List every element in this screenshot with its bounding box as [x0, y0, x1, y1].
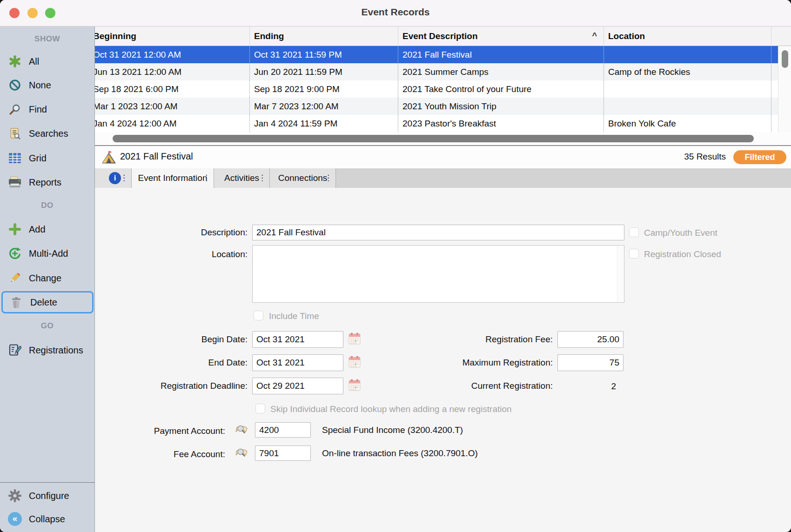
- tab-menu-dots-icon[interactable]: ⋮: [258, 173, 266, 183]
- trash-icon: [7, 296, 26, 308]
- tab-activities[interactable]: Activities ⋮: [214, 168, 270, 188]
- sidebar: SHOW All None Find Searches Grid: [0, 27, 95, 532]
- table-header: Beginning Ending Event Description^ Loca…: [95, 27, 791, 46]
- sidebar-section-do: DO: [0, 201, 94, 210]
- location-label: Location:: [126, 249, 248, 259]
- end-date-label: End Date:: [126, 358, 248, 368]
- sidebar-item-all[interactable]: All: [0, 50, 94, 73]
- calendar-icon[interactable]: [348, 332, 361, 347]
- tab-menu-dots-icon[interactable]: ⋮: [120, 173, 128, 183]
- include-time-label: Include Time: [269, 311, 319, 321]
- fee-account-label: Fee Account:: [103, 449, 225, 459]
- column-header-event-description[interactable]: Event Description^: [398, 27, 603, 46]
- maximum-registration-label: Maximum Registration:: [400, 358, 553, 368]
- description-input[interactable]: [252, 225, 624, 240]
- table-row[interactable]: Jun 13 2021 12:00 AM Jun 20 2021 11:59 P…: [95, 63, 778, 80]
- event-table: Oct 31 2021 12:00 AM Oct 31 2021 11:59 P…: [95, 46, 778, 132]
- table-row[interactable]: Jan 4 2024 12:00 AM Jan 4 2024 11:59 PM …: [95, 115, 778, 132]
- grid-icon: [6, 153, 24, 164]
- calendar-icon[interactable]: [348, 355, 361, 370]
- sidebar-item-searches[interactable]: Searches: [0, 122, 94, 145]
- none-icon: [6, 79, 24, 91]
- registration-closed-checkbox[interactable]: [629, 249, 639, 259]
- location-textarea[interactable]: [252, 245, 624, 303]
- maximum-registration-input[interactable]: [557, 354, 623, 371]
- filtered-badge[interactable]: Filtered: [733, 150, 786, 164]
- payment-account-input[interactable]: [255, 422, 311, 438]
- column-header-location[interactable]: Location: [603, 27, 771, 46]
- title-bar: Event Records: [0, 0, 791, 27]
- column-header-beginning[interactable]: Beginning: [95, 27, 249, 46]
- fee-account-description: On-line transaction Fees (3200.7901.O): [322, 448, 478, 459]
- sidebar-divider: [0, 482, 95, 483]
- horizontal-scrollbar-thumb[interactable]: [113, 135, 754, 142]
- payment-account-label: Payment Account:: [103, 426, 225, 436]
- payment-account-description: Special Fund Income (3200.4200.T): [322, 425, 463, 435]
- account-lookup-icon[interactable]: [235, 423, 248, 438]
- pencil-icon: [6, 272, 24, 285]
- skip-lookup-checkbox[interactable]: [255, 404, 265, 413]
- vertical-scrollbar[interactable]: [778, 46, 791, 132]
- horizontal-scrollbar[interactable]: [95, 132, 791, 145]
- sidebar-item-reports[interactable]: Reports: [0, 171, 94, 193]
- column-header-extra: [771, 27, 778, 46]
- sidebar-item-delete[interactable]: Delete: [1, 291, 94, 313]
- vertical-scrollbar-thumb[interactable]: [782, 50, 788, 68]
- tab-menu-dots-icon[interactable]: ⋮: [324, 173, 332, 183]
- printer-icon: [6, 176, 24, 188]
- tab-menu-dots-icon[interactable]: ⋮: [202, 173, 210, 183]
- sidebar-item-configure[interactable]: Configure: [0, 485, 94, 507]
- tab-event-information[interactable]: Event Information ⋮: [132, 168, 214, 188]
- calendar-icon[interactable]: [348, 379, 361, 393]
- table-row[interactable]: Oct 31 2021 12:00 AM Oct 31 2021 11:59 P…: [95, 46, 778, 63]
- account-lookup-icon[interactable]: [235, 446, 248, 461]
- skip-lookup-label: Skip Individual Record lookup when addin…: [270, 404, 512, 414]
- fee-account-input[interactable]: [255, 446, 311, 461]
- table-row[interactable]: Mar 1 2023 12:00 AM Mar 7 2023 12:00 AM …: [95, 98, 778, 115]
- gear-icon: [6, 489, 24, 503]
- sidebar-item-none[interactable]: None: [0, 74, 94, 96]
- sidebar-item-add[interactable]: Add: [0, 218, 94, 240]
- begin-date-input[interactable]: [252, 331, 343, 348]
- registration-fee-input[interactable]: [557, 331, 623, 348]
- registrations-icon: [6, 344, 24, 357]
- end-date-input[interactable]: [252, 354, 343, 371]
- sidebar-section-go: GO: [0, 321, 94, 331]
- textarea-scrollbar[interactable]: [617, 246, 623, 302]
- record-title: 2021 Fall Festival: [120, 151, 193, 162]
- info-tab-segment[interactable]: i ⋮: [95, 168, 132, 188]
- description-label: Description:: [126, 227, 248, 238]
- tab-bar: i ⋮ Event Information ⋮ Activities ⋮ Con…: [95, 168, 791, 188]
- search-icon: [6, 103, 24, 115]
- window-title: Event Records: [0, 7, 791, 18]
- include-time-checkbox[interactable]: [254, 311, 263, 320]
- sort-ascending-indicator: ^: [592, 27, 597, 46]
- info-icon: i: [109, 172, 121, 184]
- current-registration-label: Current Registration:: [400, 381, 553, 391]
- sidebar-item-change[interactable]: Change: [0, 267, 94, 289]
- sidebar-section-show: SHOW: [0, 34, 94, 44]
- sidebar-item-grid[interactable]: Grid: [0, 147, 94, 169]
- registration-closed-label: Registration Closed: [644, 249, 721, 259]
- column-header-ending[interactable]: Ending: [249, 27, 398, 46]
- camp-youth-checkbox[interactable]: [629, 227, 639, 237]
- sidebar-item-multi-add[interactable]: Multi-Add: [0, 242, 94, 265]
- multi-add-icon: [6, 247, 24, 260]
- sidebar-item-find[interactable]: Find: [0, 98, 94, 120]
- registration-deadline-label: Registration Deadline:: [126, 381, 248, 391]
- registration-deadline-input[interactable]: [252, 378, 343, 394]
- table-row[interactable]: Sep 18 2021 6:00 PM Sep 18 2021 9:00 PM …: [95, 80, 778, 98]
- saved-searches-icon: [6, 127, 24, 140]
- event-records-window: Event Records SHOW All None Find Searche…: [0, 0, 791, 532]
- event-information-form: Description: Camp/Youth Event Location: …: [95, 188, 791, 532]
- sidebar-item-collapse[interactable]: « Collapse: [0, 508, 94, 530]
- results-count: 35 Results: [684, 152, 726, 162]
- tab-connections[interactable]: Connections ⋮: [270, 168, 336, 188]
- begin-date-label: Begin Date:: [126, 334, 248, 345]
- record-header-bar: 2021 Fall Festival 35 Results Filtered: [95, 146, 791, 168]
- sidebar-item-registrations[interactable]: Registrations: [0, 339, 94, 361]
- tent-icon: [101, 150, 116, 166]
- current-registration-value: 2: [557, 381, 616, 392]
- plus-icon: [6, 223, 24, 235]
- asterisk-icon: [6, 55, 24, 67]
